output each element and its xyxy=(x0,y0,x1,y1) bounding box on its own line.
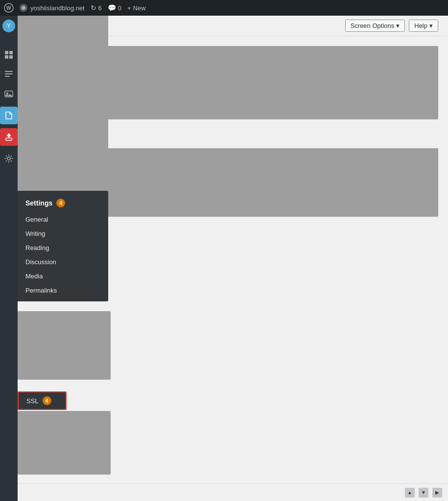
sidebar-item-settings[interactable] xyxy=(0,150,18,167)
sidebar-item-posts[interactable] xyxy=(0,66,18,83)
admin-bar: W yoshiislandblog.net ↻ 6 💬 0 + New xyxy=(0,0,448,16)
new-content-button[interactable]: + New xyxy=(127,4,146,12)
svg-rect-7 xyxy=(5,71,13,72)
ssl-label: SSL xyxy=(26,397,39,405)
sidebar-item-dashboard[interactable] xyxy=(0,46,18,64)
submenu-item-permalinks[interactable]: Permalinks xyxy=(18,283,108,297)
sidebar-item-pages[interactable] xyxy=(0,107,18,124)
site-icon xyxy=(20,4,27,12)
update-counter[interactable]: ↻ 6 xyxy=(91,4,102,12)
submenu-item-media[interactable]: Media xyxy=(18,269,108,283)
settings-submenu: Settings 4 General Writing Reading Discu… xyxy=(18,191,108,301)
svg-point-13 xyxy=(7,157,10,160)
settings-badge: 4 xyxy=(56,199,65,207)
scroll-down-arrow[interactable]: ▼ xyxy=(419,488,428,498)
ssl-menu-item[interactable]: SSL 4 xyxy=(18,391,67,410)
help-button[interactable]: Help ▾ xyxy=(409,20,438,32)
submenu-item-reading[interactable]: Reading xyxy=(18,241,108,255)
chevron-down-icon-help: ▾ xyxy=(429,22,433,29)
chevron-down-icon: ▾ xyxy=(396,22,400,29)
sidebar-item-media[interactable] xyxy=(0,85,18,103)
submenu-item-writing[interactable]: Writing xyxy=(18,227,108,241)
bottom-bar: ▲ ▼ ▶ xyxy=(0,483,448,501)
scroll-right-arrow[interactable]: ▶ xyxy=(432,488,442,498)
sidebar-content-gray xyxy=(18,0,108,192)
svg-text:W: W xyxy=(6,5,11,11)
submenu-item-discussion[interactable]: Discussion xyxy=(18,255,108,269)
submenu-item-general[interactable]: General xyxy=(18,212,108,227)
ssl-badge: 4 xyxy=(43,396,51,405)
lower-block-2 xyxy=(18,411,111,475)
sidebar: Y xyxy=(0,16,18,501)
submenu-title: Settings xyxy=(25,199,52,207)
svg-point-11 xyxy=(6,92,8,94)
svg-rect-3 xyxy=(5,51,8,54)
ssl-item-container: SSL 4 xyxy=(18,391,67,410)
lower-panels xyxy=(18,311,111,380)
lower-panels-2 xyxy=(18,411,111,475)
lower-block-1 xyxy=(18,311,111,380)
svg-point-2 xyxy=(22,6,25,10)
submenu-header: Settings 4 xyxy=(18,195,108,212)
svg-rect-4 xyxy=(9,51,13,54)
site-name[interactable]: yoshiislandblog.net xyxy=(20,4,85,12)
svg-rect-8 xyxy=(5,73,13,74)
svg-rect-5 xyxy=(5,55,8,59)
svg-rect-9 xyxy=(5,76,10,77)
sidebar-item-plugins[interactable] xyxy=(0,128,18,146)
user-avatar[interactable]: Y xyxy=(2,20,15,32)
plus-icon: + xyxy=(127,4,131,12)
comment-icon: 💬 xyxy=(108,4,116,12)
wp-logo[interactable]: W xyxy=(4,3,14,13)
svg-rect-6 xyxy=(9,55,13,59)
screen-options-button[interactable]: Screen Options ▾ xyxy=(345,20,405,32)
comment-counter[interactable]: 💬 0 xyxy=(108,4,121,12)
update-icon: ↻ xyxy=(91,4,96,12)
scroll-up-arrow[interactable]: ▲ xyxy=(405,488,415,498)
svg-rect-12 xyxy=(6,138,12,140)
